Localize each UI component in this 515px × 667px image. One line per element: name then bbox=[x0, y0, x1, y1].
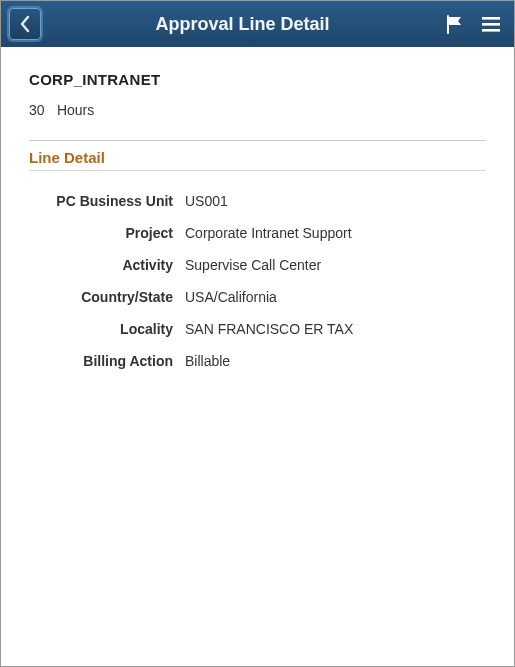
quantity-unit: Hours bbox=[57, 102, 94, 118]
page-title: Approval Line Detail bbox=[41, 14, 444, 35]
detail-row: PC Business UnitUS001 bbox=[29, 185, 486, 217]
header-bar: Approval Line Detail bbox=[1, 1, 514, 47]
header-actions bbox=[444, 13, 506, 35]
detail-label: Billing Action bbox=[29, 345, 179, 377]
app-frame: Approval Line Detail CORP_INTRANET 30 Ho… bbox=[0, 0, 515, 667]
quantity-value: 30 bbox=[29, 102, 53, 118]
detail-label: Country/State bbox=[29, 281, 179, 313]
section-title: Line Detail bbox=[29, 149, 486, 166]
menu-button[interactable] bbox=[480, 14, 502, 34]
back-button[interactable] bbox=[9, 8, 41, 40]
section-underline bbox=[29, 170, 486, 171]
detail-value: USA/California bbox=[179, 281, 486, 313]
detail-row: LocalitySAN FRANCISCO ER TAX bbox=[29, 313, 486, 345]
detail-table: PC Business UnitUS001ProjectCorporate In… bbox=[29, 185, 486, 377]
detail-value: Billable bbox=[179, 345, 486, 377]
detail-value: SAN FRANCISCO ER TAX bbox=[179, 313, 486, 345]
flag-button[interactable] bbox=[444, 13, 466, 35]
detail-label: PC Business Unit bbox=[29, 185, 179, 217]
detail-label: Activity bbox=[29, 249, 179, 281]
item-code: CORP_INTRANET bbox=[29, 71, 486, 88]
detail-value: US001 bbox=[179, 185, 486, 217]
detail-row: ActivitySupervise Call Center bbox=[29, 249, 486, 281]
svg-rect-1 bbox=[482, 23, 500, 26]
detail-label: Locality bbox=[29, 313, 179, 345]
detail-label: Project bbox=[29, 217, 179, 249]
content-area: CORP_INTRANET 30 Hours Line Detail PC Bu… bbox=[1, 47, 514, 666]
svg-rect-0 bbox=[482, 17, 500, 20]
detail-row: Country/StateUSA/California bbox=[29, 281, 486, 313]
detail-value: Corporate Intranet Support bbox=[179, 217, 486, 249]
divider bbox=[29, 140, 486, 141]
chevron-left-icon bbox=[18, 15, 32, 33]
detail-value: Supervise Call Center bbox=[179, 249, 486, 281]
detail-row: ProjectCorporate Intranet Support bbox=[29, 217, 486, 249]
svg-rect-2 bbox=[482, 29, 500, 32]
hamburger-icon bbox=[480, 14, 502, 34]
quantity-line: 30 Hours bbox=[29, 102, 486, 118]
flag-icon bbox=[444, 13, 466, 35]
detail-row: Billing ActionBillable bbox=[29, 345, 486, 377]
